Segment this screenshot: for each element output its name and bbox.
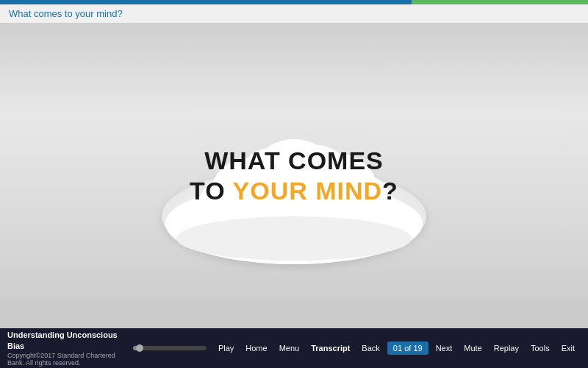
page-separator: of xyxy=(404,344,413,353)
top-bar-green xyxy=(412,0,588,4)
progress-knob[interactable] xyxy=(136,344,143,352)
course-info: Understanding Unconscious Bias Copyright… xyxy=(7,330,133,367)
home-button[interactable]: Home xyxy=(240,341,273,355)
progress-bar[interactable] xyxy=(133,346,207,350)
top-color-bar xyxy=(0,0,588,4)
bottom-toolbar: Understanding Unconscious Bias Copyright… xyxy=(0,328,588,368)
main-content-area: WHAT COMES TO YOUR MIND? xyxy=(0,24,588,328)
cloud-line2: TO YOUR MIND? xyxy=(190,176,398,206)
back-button[interactable]: Back xyxy=(356,341,385,355)
cloud-line2-yourmind: YOUR MIND xyxy=(233,177,383,205)
page-total: 19 xyxy=(413,344,422,353)
replay-button[interactable]: Replay xyxy=(488,341,525,355)
cloud-text: WHAT COMES TO YOUR MIND? xyxy=(190,146,398,206)
svg-point-9 xyxy=(176,216,412,261)
next-button[interactable]: Next xyxy=(430,341,459,355)
play-button[interactable]: Play xyxy=(212,341,240,355)
course-title: Understanding Unconscious Bias xyxy=(7,330,133,353)
cloud-graphic: WHAT COMES TO YOUR MIND? xyxy=(140,80,448,272)
slide-question: What comes to your mind? xyxy=(9,8,123,19)
page-counter: 01 of 19 xyxy=(387,342,429,355)
toolbar-controls: Play Home Menu Transcript Back 01 of 19 … xyxy=(212,341,581,355)
top-bar-blue xyxy=(0,0,412,4)
slide-header: What comes to your mind? xyxy=(0,4,588,24)
menu-button[interactable]: Menu xyxy=(273,341,306,355)
page-current: 01 xyxy=(393,344,402,353)
mute-button[interactable]: Mute xyxy=(458,341,487,355)
tools-button[interactable]: Tools xyxy=(525,341,556,355)
exit-button[interactable]: Exit xyxy=(556,341,581,355)
cloud-line2-to: TO xyxy=(190,177,232,205)
transcript-button[interactable]: Transcript xyxy=(305,341,356,355)
course-copyright: Copyright©2017 Standard Chartered Bank. … xyxy=(7,352,133,367)
cloud-line2-q: ? xyxy=(382,177,398,205)
cloud-line1: WHAT COMES xyxy=(190,146,398,176)
